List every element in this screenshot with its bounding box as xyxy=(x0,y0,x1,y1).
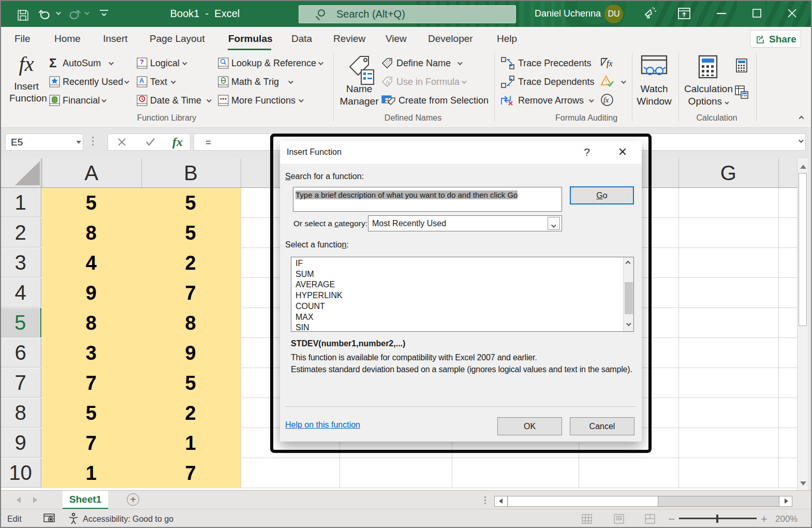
svg-text:fx: fx xyxy=(607,59,613,68)
svg-text:fx: fx xyxy=(386,80,390,86)
svg-text:fx: fx xyxy=(603,96,609,104)
svg-text:?: ? xyxy=(140,58,144,66)
svg-text:A: A xyxy=(139,77,144,84)
